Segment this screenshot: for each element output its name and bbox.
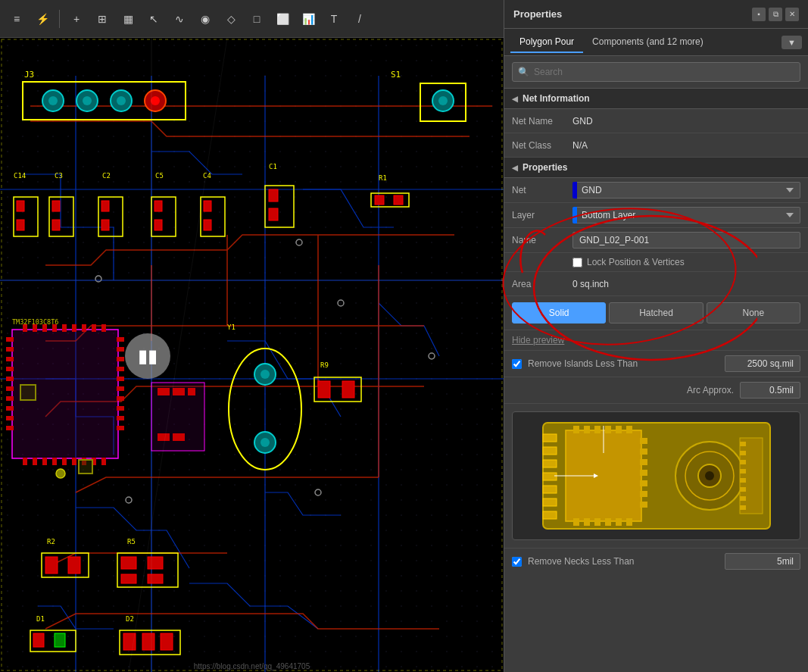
- svg-rect-56: [6, 357, 14, 361]
- toolbar-text-btn[interactable]: T: [323, 8, 345, 30]
- svg-rect-60: [6, 396, 14, 401]
- toolbar-diamond-btn[interactable]: ◇: [220, 8, 242, 30]
- svg-rect-57: [6, 367, 14, 371]
- svg-rect-162: [640, 449, 647, 455]
- svg-rect-84: [33, 458, 37, 465]
- watermark: https://blog.csdn.net/qq_49641705: [0, 662, 504, 670]
- fill-none-button[interactable]: None: [707, 302, 800, 323]
- svg-rect-83: [23, 458, 27, 465]
- arc-approx-label: Arc Approx.: [512, 385, 734, 395]
- layer-row: Layer Bottom Layer: [504, 203, 808, 228]
- close-button[interactable]: ✕: [785, 8, 799, 21]
- svg-rect-155: [573, 518, 579, 526]
- svg-text:C4: C4: [203, 172, 211, 180]
- hide-preview-link[interactable]: Hide preview: [504, 330, 808, 351]
- svg-rect-109: [121, 574, 136, 583]
- svg-rect-174: [740, 451, 746, 455]
- svg-rect-149: [573, 426, 579, 433]
- toolbar: ≡ ⚡ + ⊞ ▦ ↖ ∿ ◉ ◇ □ ⬜ 📊 T /: [0, 0, 504, 38]
- svg-rect-126: [173, 433, 185, 441]
- section-net-information[interactable]: ◀ Net Information: [504, 89, 808, 109]
- svg-text:Y1: Y1: [227, 323, 236, 331]
- name-input[interactable]: [572, 232, 800, 248]
- toolbar-add-btn[interactable]: +: [66, 8, 87, 30]
- svg-rect-31: [52, 220, 60, 230]
- toolbar-lightning-btn[interactable]: ⚡: [32, 8, 53, 30]
- toolbar-circle-btn[interactable]: ◉: [195, 8, 216, 30]
- toolbar-rect-btn[interactable]: □: [246, 8, 267, 30]
- toolbar-cursor-btn[interactable]: ↖: [143, 8, 164, 30]
- area-row: Area 0 sq.inch: [504, 272, 808, 296]
- svg-rect-142: [543, 447, 557, 455]
- lock-position-checkbox[interactable]: [572, 258, 582, 267]
- arc-approx-row: Arc Approx. 0.5mil: [504, 377, 808, 404]
- remove-necks-value: 5mil: [725, 553, 800, 570]
- pin-button[interactable]: ▪: [752, 8, 766, 21]
- net-select[interactable]: GND: [577, 182, 800, 198]
- svg-text:C1: C1: [269, 163, 277, 170]
- pcb-canvas[interactable]: ≡ ⚡ + ⊞ ▦ ↖ ∿ ◉ ◇ □ ⬜ 📊 T /: [0, 0, 504, 672]
- fill-style-row: Solid Hatched None: [504, 296, 808, 330]
- svg-rect-154: [626, 426, 632, 433]
- svg-rect-75: [33, 324, 37, 332]
- svg-rect-118: [123, 633, 136, 650]
- svg-rect-62: [6, 416, 14, 420]
- svg-rect-147: [543, 511, 557, 519]
- svg-rect-104: [45, 557, 58, 574]
- panel-content[interactable]: ◀ Net Information Net Name GND Net Class…: [504, 89, 808, 672]
- svg-rect-108: [121, 557, 136, 569]
- remove-necks-row: Remove Necks Less Than 5mil: [504, 548, 808, 574]
- svg-rect-80: [82, 324, 86, 332]
- svg-rect-34: [101, 201, 109, 211]
- toolbar-fill-btn[interactable]: ▦: [117, 8, 139, 30]
- section-arrow-properties: ◀: [512, 164, 518, 172]
- svg-rect-145: [543, 486, 557, 493]
- fill-solid-button[interactable]: Solid: [512, 302, 606, 323]
- tab-polygon-pour[interactable]: Polygon Pour: [510, 32, 583, 53]
- layer-field-label: Layer: [512, 210, 572, 220]
- svg-rect-176: [740, 469, 746, 474]
- tab-components[interactable]: Components (and 12 more): [583, 32, 713, 53]
- section-properties[interactable]: ◀ Properties: [504, 158, 808, 178]
- svg-text:C3: C3: [55, 172, 63, 180]
- toolbar-wave-btn[interactable]: ∿: [169, 8, 190, 30]
- svg-rect-64: [117, 337, 124, 342]
- svg-point-17: [117, 96, 126, 105]
- svg-rect-72: [117, 416, 124, 420]
- panel-tabs: Polygon Pour Components (and 12 more) ▼: [504, 29, 808, 56]
- svg-rect-79: [72, 324, 76, 332]
- pause-overlay[interactable]: ▮▮: [125, 333, 170, 379]
- svg-text:R2: R2: [47, 538, 55, 545]
- toolbar-line-btn[interactable]: /: [349, 8, 370, 30]
- layer-select[interactable]: Bottom Layer: [577, 207, 800, 223]
- net-class-row: Net Class N/A: [504, 133, 808, 158]
- svg-rect-167: [640, 502, 647, 508]
- svg-rect-163: [640, 459, 647, 465]
- svg-text:D2: D2: [126, 615, 134, 623]
- svg-rect-122: [158, 388, 170, 395]
- svg-rect-141: [543, 434, 557, 442]
- svg-text:R1: R1: [379, 174, 387, 182]
- net-field-label: Net: [512, 185, 572, 195]
- search-container: 🔍: [504, 56, 808, 89]
- toolbar-grid-btn[interactable]: ⊞: [92, 8, 113, 30]
- remove-necks-checkbox[interactable]: [512, 557, 522, 567]
- search-input[interactable]: [512, 62, 800, 82]
- toolbar-square-btn[interactable]: ⬜: [272, 8, 293, 30]
- net-name-value: GND: [572, 116, 593, 127]
- toolbar-menu-btn[interactable]: ≡: [6, 8, 27, 30]
- fill-hatched-button[interactable]: Hatched: [609, 302, 703, 323]
- pcb-content[interactable]: J3 S1 C14 C3: [0, 38, 504, 672]
- remove-islands-checkbox[interactable]: [512, 359, 522, 369]
- toolbar-chart-btn[interactable]: 📊: [298, 8, 319, 30]
- filter-button[interactable]: ▼: [781, 36, 802, 49]
- remove-islands-value: 2500 sq.mil: [725, 355, 800, 372]
- svg-point-171: [705, 471, 714, 480]
- svg-rect-156: [584, 518, 590, 526]
- svg-rect-81: [92, 324, 96, 332]
- svg-rect-151: [594, 426, 601, 433]
- svg-rect-74: [23, 324, 27, 332]
- remove-islands-label: Remove Islands Less Than: [528, 358, 719, 369]
- float-button[interactable]: ⧉: [769, 8, 782, 21]
- svg-rect-152: [605, 426, 611, 433]
